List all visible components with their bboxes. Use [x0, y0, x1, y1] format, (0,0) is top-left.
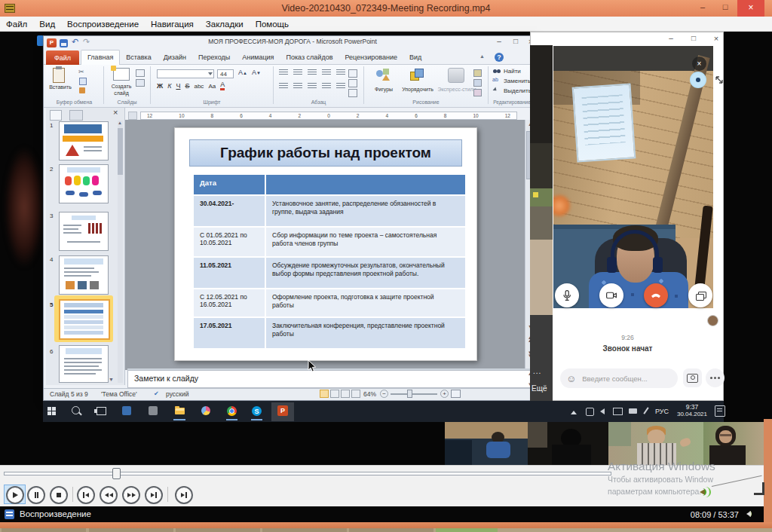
line-spacing-icon[interactable]	[336, 69, 345, 76]
play-button[interactable]	[6, 486, 24, 504]
shrink-font-icon[interactable]: A▼	[252, 69, 261, 76]
menu-play[interactable]: Воспроизведение	[67, 20, 139, 29]
volume-icon[interactable]	[600, 408, 605, 414]
ribbon-collapse-icon[interactable]: ▲	[479, 54, 485, 59]
tab-insert[interactable]: Вставка	[120, 50, 157, 65]
strikethrough-icon[interactable]: S	[185, 82, 189, 90]
bullets-icon[interactable]	[279, 69, 288, 76]
share-screen-button[interactable]	[688, 283, 712, 307]
select-button[interactable]: Выделить	[504, 87, 532, 94]
zoom-slider-track[interactable]	[391, 393, 437, 395]
tab-review[interactable]: Рецензирование	[339, 50, 403, 65]
seek-handle[interactable]	[112, 468, 121, 479]
shapes-button[interactable]: Фигуры	[368, 87, 400, 92]
text-direction-icon[interactable]	[348, 69, 357, 78]
zoom-out-icon[interactable]: −	[380, 390, 388, 398]
mic-button[interactable]	[555, 283, 579, 307]
paste-button[interactable]: Вставить	[45, 84, 75, 90]
slide-thumbnail-selected[interactable]	[59, 299, 110, 340]
pip-close-icon[interactable]: ×	[692, 57, 706, 71]
find-button[interactable]: Найти	[504, 68, 521, 75]
cut-icon[interactable]: ✂	[78, 68, 84, 75]
skype-close-icon[interactable]: ×	[710, 34, 722, 43]
change-case-icon[interactable]: Aa	[208, 83, 216, 90]
pause-button[interactable]	[27, 486, 45, 504]
rewind-button[interactable]	[100, 486, 118, 504]
slide-thumbnail[interactable]	[59, 255, 109, 295]
skype-maximize-icon[interactable]: □	[688, 34, 700, 42]
maximize-button[interactable]: □	[715, 0, 736, 15]
arrange-button[interactable]: Упорядочить	[398, 87, 437, 92]
skype-minimize-icon[interactable]: –	[665, 34, 677, 42]
fit-to-window-icon[interactable]	[451, 390, 461, 398]
increase-indent-icon[interactable]	[322, 69, 331, 76]
font-color-icon[interactable]: А	[220, 81, 225, 90]
slide-title[interactable]: График работы над проектом	[189, 139, 462, 167]
tab-view[interactable]: Вид	[403, 50, 427, 65]
tray-icon[interactable]	[586, 408, 594, 416]
shape-outline-icon[interactable]	[473, 79, 482, 87]
columns-icon[interactable]	[336, 83, 345, 90]
panel-close-icon[interactable]: ×	[113, 108, 118, 117]
slide-thumbnail[interactable]	[59, 164, 109, 203]
camera-button[interactable]	[599, 283, 623, 307]
numbering-icon[interactable]	[293, 69, 302, 76]
zoom-in-icon[interactable]: +	[440, 390, 449, 398]
slide[interactable]: График работы над проектом Дата 30.04.20…	[174, 127, 477, 361]
zoom-slider-thumb[interactable]	[407, 390, 412, 398]
end-call-button[interactable]	[644, 283, 668, 307]
tray-chevron-icon[interactable]	[571, 411, 577, 414]
panel-scroll-up-icon[interactable]: ▲	[118, 121, 122, 125]
shape-fill-icon[interactable]	[473, 69, 482, 77]
powerpoint-window[interactable]: P ↶ ↷ МОЯ ПРОФЕССИЯ-МОЯ ДОРОГА - Microso…	[43, 35, 535, 401]
layout-icon[interactable]	[136, 69, 145, 77]
slides-tab-icon[interactable]	[50, 110, 62, 121]
emoji-icon[interactable]: ☺	[566, 373, 576, 384]
notes-pane[interactable]: Заметки к слайду ▲ ▼	[127, 370, 535, 388]
align-left-icon[interactable]	[279, 83, 288, 90]
tab-home[interactable]: Главная	[81, 50, 120, 66]
message-input[interactable]: ☺ Введите сообщен...	[560, 368, 678, 388]
new-slide-icon[interactable]	[113, 68, 130, 81]
decrease-indent-icon[interactable]	[308, 69, 317, 76]
tab-transitions[interactable]: Переходы	[192, 50, 236, 65]
minimize-button[interactable]: –	[692, 0, 713, 15]
view-reading-icon[interactable]	[341, 390, 350, 398]
stop-button[interactable]	[50, 486, 68, 504]
align-right-icon[interactable]	[308, 83, 317, 90]
search-icon[interactable]	[72, 406, 80, 414]
pinned-app-icon[interactable]	[122, 406, 131, 415]
quick-styles-button[interactable]: Экспресс-стили	[436, 87, 478, 92]
tab-design[interactable]: Дизайн	[158, 50, 192, 65]
ppt-minimize-icon[interactable]: –	[493, 37, 505, 45]
zoom-level[interactable]: 64%	[363, 390, 376, 398]
seek-track[interactable]	[4, 472, 611, 475]
shape-effects-icon[interactable]	[473, 89, 482, 96]
undo-icon[interactable]: ↶	[72, 37, 78, 47]
skip-start-button[interactable]	[77, 486, 95, 504]
task-view-icon[interactable]	[96, 407, 106, 415]
menu-view[interactable]: Вид	[39, 20, 55, 29]
reset-icon[interactable]	[136, 79, 145, 87]
skype-taskbar-icon[interactable]: S	[252, 406, 262, 416]
new-slide-button[interactable]: Создать слайд	[104, 83, 139, 96]
menu-help[interactable]: Помощь	[256, 20, 289, 29]
file-explorer-icon[interactable]	[175, 408, 185, 414]
start-button-icon[interactable]	[47, 407, 51, 411]
close-button[interactable]: ×	[737, 0, 764, 17]
view-slideshow-icon[interactable]	[351, 390, 360, 398]
menu-favorites[interactable]: Закладки	[206, 20, 244, 29]
view-sorter-icon[interactable]	[330, 390, 339, 398]
ppt-maximize-icon[interactable]: □	[510, 37, 522, 45]
powerpoint-taskbar-icon[interactable]: P	[277, 405, 288, 416]
chat-more-button[interactable]	[706, 368, 725, 387]
justify-icon[interactable]	[322, 83, 331, 90]
camera-indicator-icon[interactable]	[690, 72, 706, 88]
paint3d-icon[interactable]	[201, 406, 210, 415]
tab-file[interactable]: Файл	[46, 50, 79, 65]
align-text-icon[interactable]	[348, 79, 357, 87]
help-icon[interactable]: ?	[495, 53, 504, 62]
language-indicator[interactable]: русский	[166, 390, 189, 398]
panel-scroll-thumb[interactable]	[118, 128, 123, 175]
grow-font-icon[interactable]: A▲	[238, 69, 247, 76]
